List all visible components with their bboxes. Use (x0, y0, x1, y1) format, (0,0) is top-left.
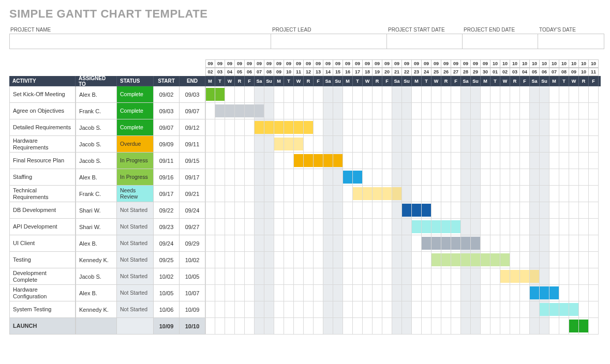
gantt-bar-segment[interactable] (215, 88, 225, 101)
gantt-bar-segment[interactable] (373, 187, 382, 200)
gantt-bar-segment[interactable] (579, 320, 588, 332)
gantt-bar-segment[interactable] (500, 270, 510, 283)
task-status[interactable]: Not Started (117, 252, 154, 268)
gantt-bar-segment[interactable] (471, 237, 480, 250)
task-status[interactable]: Not Started (117, 301, 154, 318)
gantt-bar-segment[interactable] (284, 121, 293, 134)
gantt-bar-segment[interactable] (422, 220, 431, 233)
gantt-bar-segment[interactable] (274, 138, 284, 150)
gantt-bar-segment[interactable] (461, 237, 470, 250)
gantt-bar-segment[interactable] (294, 138, 303, 150)
task-status[interactable]: Not Started (117, 285, 154, 301)
task-status[interactable]: Not Started (117, 202, 154, 219)
gantt-bar-segment[interactable] (451, 237, 460, 250)
task-row[interactable]: Hardware ConfigurationAlex B.Not Started… (9, 285, 205, 301)
task-row[interactable]: UI ClientAlex B.Not Started09/2409/29 (9, 235, 205, 252)
task-status[interactable]: Needs Review (117, 186, 154, 202)
gantt-bar-segment[interactable] (225, 104, 234, 117)
project-start-input[interactable] (387, 34, 463, 49)
gantt-bar-segment[interactable] (441, 237, 451, 250)
project-end-input[interactable] (463, 34, 538, 49)
task-row[interactable]: DB DevelopmentShari W.Not Started09/2209… (9, 202, 205, 219)
project-lead-input[interactable] (271, 34, 387, 49)
gantt-bar-segment[interactable] (363, 187, 372, 200)
today-input[interactable] (538, 34, 604, 49)
task-row[interactable]: StaffingAlex B.In Progress09/1609/17 (9, 169, 205, 186)
gantt-bar-segment[interactable] (549, 303, 559, 316)
task-status[interactable]: Not Started (117, 268, 154, 285)
gantt-bar-segment[interactable] (432, 253, 441, 266)
gantt-bar-segment[interactable] (510, 270, 519, 283)
gantt-bar-segment[interactable] (382, 187, 392, 200)
task-row[interactable]: LAUNCH10/0910/10 (9, 318, 205, 335)
task-status[interactable]: Not Started (117, 219, 154, 235)
gantt-bar-segment[interactable] (471, 253, 480, 266)
gantt-bar-segment[interactable] (304, 121, 313, 134)
gantt-bar-segment[interactable] (569, 303, 578, 316)
gantt-bar-segment[interactable] (432, 220, 441, 233)
gantt-bar-segment[interactable] (294, 154, 303, 167)
gantt-bar-segment[interactable] (353, 171, 362, 184)
gantt-bar-segment[interactable] (412, 220, 421, 233)
gantt-bar-segment[interactable] (461, 253, 470, 266)
gantt-bar-segment[interactable] (530, 286, 539, 299)
gantt-bar-segment[interactable] (520, 270, 529, 283)
task-row[interactable]: API DevelopmentShari W.Not Started09/230… (9, 219, 205, 235)
task-status[interactable]: Overdue (117, 136, 154, 153)
gantt-bar-segment[interactable] (235, 104, 244, 117)
gantt-bar-segment[interactable] (284, 138, 293, 150)
gantt-bar-segment[interactable] (333, 154, 343, 167)
task-status[interactable]: In Progress (117, 153, 154, 169)
gantt-bar-segment[interactable] (304, 154, 313, 167)
gantt-bar-segment[interactable] (314, 154, 323, 167)
gantt-bar-segment[interactable] (451, 220, 460, 233)
gantt-bar-segment[interactable] (323, 154, 333, 167)
gantt-bar-segment[interactable] (412, 204, 421, 217)
task-row[interactable]: Agree on ObjectivesFrank C.Complete09/03… (9, 103, 205, 119)
task-row[interactable]: Final Resource PlanJacob S.In Progress09… (9, 153, 205, 169)
task-row[interactable]: TestingKennedy K.Not Started09/2510/02 (9, 252, 205, 268)
gantt-cell (294, 268, 304, 285)
gantt-bar-segment[interactable] (441, 253, 451, 266)
task-row[interactable]: System TestingKennedy K.Not Started10/06… (9, 301, 205, 318)
gantt-bar-segment[interactable] (294, 121, 303, 134)
gantt-bar-segment[interactable] (255, 121, 264, 134)
task-status[interactable]: Not Started (117, 235, 154, 252)
task-row[interactable]: Set Kick-Off MeetingAlex B.Complete09/02… (9, 86, 205, 103)
gantt-bar-segment[interactable] (392, 187, 401, 200)
gantt-bar-segment[interactable] (264, 121, 274, 134)
task-status[interactable]: In Progress (117, 169, 154, 186)
gantt-bar-segment[interactable] (451, 253, 460, 266)
gantt-bar-segment[interactable] (206, 88, 215, 101)
gantt-bar-segment[interactable] (441, 220, 451, 233)
gantt-bar-segment[interactable] (559, 303, 569, 316)
today-label: TODAY'S DATE (538, 27, 604, 34)
project-name-input[interactable] (9, 34, 271, 49)
gantt-bar-segment[interactable] (490, 253, 500, 266)
gantt-bar-segment[interactable] (402, 204, 411, 217)
gantt-bar-segment[interactable] (540, 286, 549, 299)
gantt-bar-segment[interactable] (422, 237, 431, 250)
gantt-bar-segment[interactable] (569, 320, 578, 332)
task-row[interactable]: Development CompleteJacob S.Not Started1… (9, 268, 205, 285)
gantt-bar-segment[interactable] (215, 104, 225, 117)
gantt-bar-segment[interactable] (530, 270, 539, 283)
task-status[interactable] (117, 318, 154, 335)
gantt-bar-segment[interactable] (245, 104, 254, 117)
gantt-bar-segment[interactable] (274, 121, 284, 134)
gantt-bar-segment[interactable] (422, 204, 431, 217)
gantt-bar-segment[interactable] (540, 303, 549, 316)
gantt-bar-segment[interactable] (432, 237, 441, 250)
gantt-bar-segment[interactable] (500, 253, 510, 266)
gantt-bar-segment[interactable] (353, 187, 362, 200)
task-row[interactable]: Technical RequirementsFrank C.Needs Revi… (9, 186, 205, 202)
gantt-bar-segment[interactable] (343, 171, 352, 184)
task-row[interactable]: Detailed RequirementsJacob S.Complete09/… (9, 119, 205, 136)
task-status[interactable]: Complete (117, 103, 154, 119)
gantt-bar-segment[interactable] (549, 286, 559, 299)
task-status[interactable]: Complete (117, 86, 154, 103)
task-status[interactable]: Complete (117, 119, 154, 136)
gantt-bar-segment[interactable] (481, 253, 490, 266)
task-row[interactable]: Hardware RequirementsJacob S.Overdue09/0… (9, 136, 205, 153)
gantt-bar-segment[interactable] (255, 104, 264, 117)
